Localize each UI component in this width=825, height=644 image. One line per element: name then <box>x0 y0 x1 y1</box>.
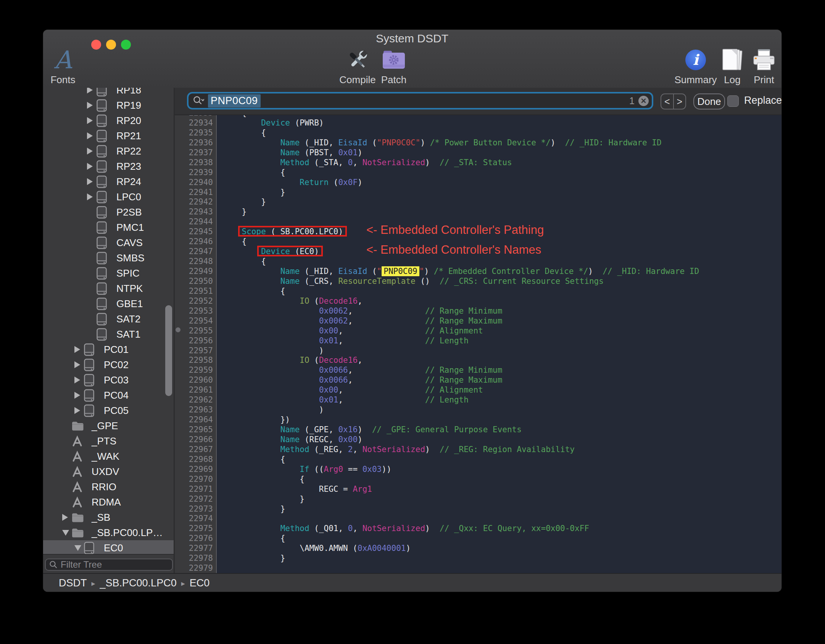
code-line-22952: 22952 IO (Decode16, <box>175 296 781 306</box>
tree-item-label: GBE1 <box>116 298 143 310</box>
tree-item-sat1[interactable]: SAT1 <box>43 327 174 342</box>
tree-item-_sb[interactable]: _SB <box>43 510 174 525</box>
tree-item-pc03[interactable]: PC03 <box>43 372 174 388</box>
line-number: 22945 <box>175 227 217 237</box>
code-token: 0xA0040001 <box>358 544 406 553</box>
tree-item-rp24[interactable]: RP24 <box>43 174 174 189</box>
disclosure-right-icon[interactable] <box>87 193 97 200</box>
sidebar-scrollbar[interactable] <box>165 305 172 396</box>
code-viewport[interactable]: 22933 {22934 Device (PWRB)22935 {22936 N… <box>175 114 781 574</box>
tree-item-pmc1[interactable]: PMC1 <box>43 220 174 235</box>
tree-item-label: RP22 <box>116 145 141 157</box>
editor-scrollbar-thumb[interactable] <box>176 327 180 332</box>
tree-item-rp20[interactable]: RP20 <box>43 113 174 128</box>
disclosure-down-icon[interactable] <box>74 545 84 551</box>
code-token: If <box>300 465 309 474</box>
filter-tree-input[interactable]: Filter Tree <box>45 559 173 571</box>
code-line-22959: 22959 0x0066, // Range Minimum <box>175 365 781 375</box>
log-button[interactable]: Log <box>717 47 748 86</box>
clear-search-icon[interactable]: ✕ <box>638 96 649 106</box>
patch-button[interactable]: Patch <box>379 47 409 86</box>
tree-item-gbe1[interactable]: GBE1 <box>43 296 174 311</box>
print-button[interactable]: Print <box>749 47 779 86</box>
disclosure-right-icon[interactable] <box>87 102 97 109</box>
zoom-window-button[interactable] <box>121 40 131 50</box>
tree-item-sat2[interactable]: SAT2 <box>43 311 174 327</box>
code-line-22957: 22957 ) <box>175 346 781 356</box>
tree-item-label: _SB <box>92 512 110 523</box>
tree-item-rp21[interactable]: RP21 <box>43 128 174 143</box>
minimize-window-button[interactable] <box>106 40 116 50</box>
disclosure-right-icon[interactable] <box>87 88 97 93</box>
line-number: 22967 <box>175 445 217 455</box>
tree-item-uxdv[interactable]: UXDV <box>43 464 174 479</box>
tree-item-ntpk[interactable]: NTPK <box>43 281 174 296</box>
line-number: 22939 <box>175 168 217 178</box>
code-line-22965: 22965 Name (_GPE, 0x16) // _GPE: General… <box>175 425 781 435</box>
code-token: ) <box>425 524 440 533</box>
disclosure-right-icon[interactable] <box>74 407 84 414</box>
tree-item-pc01[interactable]: PC01 <box>43 342 174 357</box>
tree-item-rp18[interactable]: RP18 <box>43 88 174 98</box>
tree-item-pc04[interactable]: PC04 <box>43 388 174 403</box>
tree-item-pc05[interactable]: PC05 <box>43 403 174 418</box>
disclosure-right-icon[interactable] <box>62 514 72 521</box>
tree-item-rp23[interactable]: RP23 <box>43 159 174 174</box>
done-button[interactable]: Done <box>693 93 725 109</box>
disclosure-right-icon[interactable] <box>74 377 84 383</box>
device-icon <box>84 389 94 402</box>
code-token <box>222 296 300 306</box>
tree-item-label: PC03 <box>104 374 129 386</box>
code-token: () <box>416 277 440 286</box>
tree-item-_wak[interactable]: _WAK <box>43 449 174 464</box>
tree-item-_gpe[interactable]: _GPE <box>43 418 174 433</box>
tree-item-ec0[interactable]: EC0 <box>43 540 174 554</box>
code-line-content: 0x0062, // Range Minimum <box>217 306 502 316</box>
tree-item-lpc0[interactable]: LPC0 <box>43 189 174 204</box>
code-token: // Range Minimum <box>425 365 502 375</box>
summary-button[interactable]: i Summary <box>673 47 719 86</box>
tree-item-_pts[interactable]: _PTS <box>43 433 174 449</box>
tree-item-rp22[interactable]: RP22 <box>43 143 174 159</box>
tree-item-p2sb[interactable]: P2SB <box>43 204 174 220</box>
tree-item-rrio[interactable]: RRIO <box>43 479 174 494</box>
replace-checkbox[interactable] <box>727 95 739 107</box>
code-token: { <box>222 455 285 464</box>
tree-item-rp19[interactable]: RP19 <box>43 98 174 113</box>
find-input[interactable]: PNP0C09 1 ✕ <box>187 92 653 109</box>
disclosure-right-icon[interactable] <box>87 117 97 124</box>
breadcrumb-item[interactable]: EC0 <box>190 577 210 589</box>
find-next-button[interactable]: > <box>674 94 686 109</box>
device-icon-slot <box>97 206 116 219</box>
tree-item-spic[interactable]: SPIC <box>43 266 174 281</box>
disclosure-right-icon[interactable] <box>87 132 97 139</box>
breadcrumb-item[interactable]: _SB.PC00.LPC0 <box>100 577 177 589</box>
disclosure-right-icon[interactable] <box>74 346 84 353</box>
code-line-content: } <box>217 554 285 564</box>
tree-item-pc02[interactable]: PC02 <box>43 357 174 372</box>
disclosure-right-icon[interactable] <box>74 361 84 368</box>
code-token: " <box>377 267 382 276</box>
search-menu-icon[interactable] <box>193 95 204 106</box>
code-line-content: { <box>217 128 266 138</box>
tree-item-rdma[interactable]: RDMA <box>43 494 174 510</box>
find-previous-button[interactable]: < <box>661 94 674 109</box>
tree-item-label: P2SB <box>116 206 142 218</box>
breadcrumb-item[interactable]: DSDT <box>59 577 87 589</box>
compile-button[interactable]: Compile <box>338 47 377 86</box>
code-editor: 22933 {22934 Device (PWRB)22935 {22936 N… <box>175 88 781 574</box>
tree-item-cavs[interactable]: CAVS <box>43 235 174 250</box>
disclosure-right-icon[interactable] <box>87 163 97 170</box>
code-line-22961: 22961 0x00, // Alignment <box>175 385 781 395</box>
code-line-content: } <box>217 504 285 514</box>
disclosure-right-icon[interactable] <box>74 392 84 399</box>
close-window-button[interactable] <box>91 40 101 50</box>
fonts-button[interactable]: A Fonts <box>48 47 78 86</box>
code-line-content: Method (_REG, 2, NotSerialized) // _REG:… <box>217 445 575 455</box>
disclosure-right-icon[interactable] <box>87 178 97 185</box>
tree-item-_sb-pc00-lp-[interactable]: _SB.PC00.LP… <box>43 525 174 540</box>
disclosure-down-icon[interactable] <box>62 530 72 536</box>
tree-item-label: SPIC <box>116 267 140 279</box>
disclosure-right-icon[interactable] <box>87 148 97 155</box>
tree-item-smbs[interactable]: SMBS <box>43 250 174 266</box>
